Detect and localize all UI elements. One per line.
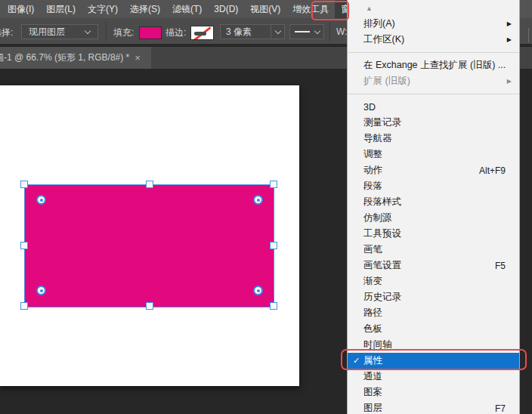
menu-item-label: 测量记录 [363,116,401,129]
select-mode-dropdown[interactable]: 现用图层 [21,24,98,39]
document-tab-title: 题-1 @ 66.7% (矩形 1, RGB/8#) * [0,51,129,64]
transform-handle-middle-left[interactable] [20,242,28,249]
radius-dot-icon [257,199,260,202]
menu-item-label: 导航器 [363,132,392,145]
stroke-label: 描边: [165,26,186,39]
stroke-style-dropdown[interactable] [289,24,324,39]
stroke-bar-icon [194,32,206,36]
menu-item[interactable]: 图案 [348,385,519,400]
corner-radius-control-top-left[interactable] [36,195,46,205]
stroke-width-dropdown[interactable]: 3 像素 [220,24,285,39]
select-mode-label: 选择: [0,26,13,39]
menu-item[interactable]: 段落样式 [348,194,519,210]
menubar-item[interactable]: 图层(L) [40,0,82,18]
menu-item[interactable]: 图层F7 [348,400,519,414]
fill-color-swatch[interactable] [139,26,162,39]
menu-item-label: 属性 [363,354,382,367]
transform-handle-bottom-left[interactable] [20,302,28,310]
menu-item-label: 在 Exchange 上查找扩展 (旧版) ... [363,59,506,72]
menubar-item[interactable]: 选择(S) [124,0,166,18]
menu-item[interactable]: ✓属性 [348,353,519,369]
submenu-arrow-icon: ▶ [507,36,512,43]
photoshop-window: 图像(I)图层(L)文字(Y)选择(S)滤镜(T)3D(D)视图(V)增效工具窗… [0,0,532,414]
transform-handle-bottom-right[interactable] [270,302,277,310]
menu-item[interactable]: 色板 [348,321,519,337]
menu-item[interactable]: 段落 [348,178,519,194]
menu-item-label: 通道 [363,370,382,383]
menu-item-label: 历史记录 [363,291,401,304]
menu-item[interactable]: 排列(A)▶ [348,16,519,32]
menu-item-label: 段落 [363,180,382,193]
menu-item-label: 排列(A) [363,17,395,30]
corner-radius-control-bottom-right[interactable] [253,286,263,295]
menu-item[interactable]: 通道 [348,369,519,385]
tab-close-icon[interactable]: × [135,52,141,63]
menu-item[interactable]: 路径 [348,305,519,321]
selected-rectangle-shape[interactable] [24,184,274,307]
transform-handle-middle-right[interactable] [270,242,277,249]
menu-item[interactable]: 测量记录 [348,115,519,131]
menu-item[interactable]: 调整 [348,147,519,162]
menubar-item[interactable]: 图像(I) [2,0,40,18]
menu-item[interactable]: 历史记录 [348,289,519,305]
menubar-item[interactable]: 3D(D) [208,0,244,18]
document-canvas[interactable] [0,85,299,386]
submenu-arrow-icon: ▶ [507,78,512,85]
menu-item-label: 图案 [363,386,382,399]
scroll-up-icon: ▲ [366,5,373,12]
menu-item-label: 仿制源 [363,212,392,224]
menu-item[interactable]: 扩展 (旧版)▶ [348,73,519,89]
menu-item-shortcut: F7 [495,403,506,414]
menu-item[interactable]: 在 Exchange 上查找扩展 (旧版) ... [348,57,519,73]
transform-handle-top-left[interactable] [20,181,28,188]
check-icon: ✓ [353,356,363,366]
corner-radius-control-bottom-left[interactable] [36,286,46,295]
menu-item[interactable]: 工作区(K)▶ [348,32,519,48]
menu-item[interactable]: 时间轴 [348,337,519,353]
menubar-item[interactable]: 增效工具 [286,0,335,18]
menubar-item[interactable]: 滤镜(T) [166,0,208,18]
transform-handle-bottom-center[interactable] [146,302,153,310]
transform-handle-top-center[interactable] [146,181,153,188]
menubar-item[interactable]: 视图(V) [244,0,286,18]
options-separator [106,22,107,42]
menu-item[interactable]: 3D [348,99,519,115]
stroke-width-chevron-cell[interactable] [271,25,284,39]
radius-dot-icon [257,289,260,292]
menu-item-label: 动作 [363,164,382,177]
menu-item-label: 工作区(K) [363,33,404,46]
menu-item-label: 画笔 [363,243,382,256]
radius-dot-icon [40,289,43,292]
corner-radius-control-top-right[interactable] [253,195,263,205]
menu-item-label: 图层 [363,402,382,414]
chevron-down-icon [85,27,91,33]
menubar-item[interactable]: 文字(Y) [82,0,124,18]
stroke-width-value: 3 像素 [226,26,252,39]
menu-separator [348,48,519,57]
chevron-down-icon [314,27,320,33]
solid-line-icon [295,31,310,32]
menu-item-label: 时间轴 [363,338,392,351]
menu-item-label: 渐变 [363,275,382,288]
menu-item-label: 调整 [363,148,382,161]
chevron-down-icon [274,27,280,33]
options-separator [329,22,330,42]
transform-handle-top-right[interactable] [270,181,277,188]
menu-item-shortcut: Alt+F9 [479,165,506,176]
menu-item-label: 色板 [363,323,382,335]
fill-label: 填充: [113,26,134,39]
menu-item[interactable]: 画笔 [348,242,519,258]
menu-item[interactable]: 仿制源 [348,210,519,226]
menu-item[interactable]: 画笔设置F5 [348,258,519,273]
stroke-color-swatch[interactable] [190,26,214,40]
menu-item[interactable]: 工具预设 [348,226,519,242]
document-tab[interactable]: 题-1 @ 66.7% (矩形 1, RGB/8#) * × [0,47,151,69]
select-mode-value: 现用图层 [29,26,65,39]
menu-item-label: 路径 [363,307,382,320]
menu-item[interactable]: 渐变 [348,273,519,289]
menu-item[interactable]: 动作Alt+F9 [348,162,519,178]
menu-item-label: 工具预设 [363,227,401,240]
menu-item[interactable]: 导航器 [348,131,519,147]
menu-separator [348,89,519,99]
menu-scroll-up[interactable]: ▲ [348,0,519,16]
